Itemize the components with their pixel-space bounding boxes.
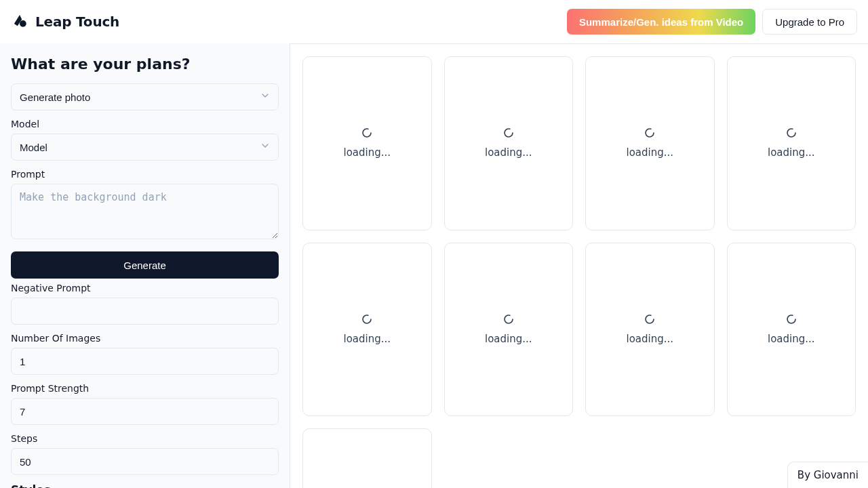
plans-heading: What are your plans? — [11, 56, 279, 73]
steps-label: Steps — [11, 433, 279, 444]
loading-text: loading... — [768, 146, 815, 159]
negative-prompt-label: Negative Prompt — [11, 283, 279, 293]
loading-text: loading... — [485, 146, 532, 159]
generate-button[interactable]: Generate — [11, 251, 279, 279]
task-select[interactable]: Generate photo — [11, 83, 279, 110]
model-group: Model Model — [11, 119, 279, 161]
num-images-group: Number Of Images — [11, 333, 279, 375]
spinner-icon — [361, 314, 372, 327]
author-byline: By Giovanni — [787, 462, 868, 488]
prompt-strength-input[interactable] — [11, 398, 279, 425]
prompt-label: Prompt — [11, 169, 279, 180]
spinner-icon — [361, 127, 372, 141]
model-label: Model — [11, 119, 279, 129]
negative-prompt-group: Negative Prompt — [11, 283, 279, 325]
prompt-input[interactable] — [11, 184, 279, 239]
header-actions: Summarize/Gen. ideas from Video Upgrade … — [567, 9, 857, 35]
spinner-icon — [786, 314, 797, 327]
sidebar: What are your plans? Generate photo Mode… — [0, 43, 290, 488]
result-card[interactable]: loading... — [444, 56, 574, 230]
result-card[interactable]: loading... — [302, 428, 432, 488]
result-card[interactable]: loading... — [727, 56, 856, 230]
result-card[interactable]: loading... — [444, 243, 574, 417]
result-card[interactable]: loading... — [302, 56, 432, 230]
prompt-strength-label: Prompt Strength — [11, 383, 279, 394]
upgrade-to-pro-button[interactable]: Upgrade to Pro — [762, 9, 857, 35]
main-layout: What are your plans? Generate photo Mode… — [0, 43, 868, 488]
loading-text: loading... — [343, 146, 391, 159]
loading-text: loading... — [768, 333, 815, 345]
spinner-icon — [644, 314, 655, 327]
result-card[interactable]: loading... — [585, 56, 715, 230]
negative-prompt-input[interactable] — [11, 298, 279, 325]
result-card[interactable]: loading... — [585, 243, 715, 417]
num-images-label: Number Of Images — [11, 333, 279, 344]
brand-name: Leap Touch — [35, 14, 119, 30]
results-panel: loading... loading... loading... loading… — [290, 43, 868, 488]
loading-text: loading... — [626, 333, 673, 345]
loading-text: loading... — [626, 146, 673, 159]
prompt-group: Prompt — [11, 169, 279, 242]
task-select-group: Generate photo — [11, 83, 279, 110]
brand: Leap Touch — [11, 12, 119, 32]
results-grid: loading... loading... loading... loading… — [302, 56, 856, 488]
spinner-icon — [503, 314, 514, 327]
spinner-icon — [503, 127, 514, 141]
app-header: Leap Touch Summarize/Gen. ideas from Vid… — [0, 0, 868, 43]
styles-heading: Styles — [11, 483, 279, 488]
num-images-input[interactable] — [11, 348, 279, 375]
steps-group: Steps — [11, 433, 279, 475]
spinner-icon — [786, 127, 797, 141]
loading-text: loading... — [485, 333, 532, 345]
model-select[interactable]: Model — [11, 134, 279, 161]
svg-point-0 — [20, 20, 26, 27]
summarize-video-button[interactable]: Summarize/Gen. ideas from Video — [567, 9, 755, 35]
spinner-icon — [644, 127, 655, 141]
brand-logo-icon — [11, 12, 28, 32]
loading-text: loading... — [343, 333, 391, 345]
prompt-strength-group: Prompt Strength — [11, 383, 279, 425]
result-card[interactable]: loading... — [302, 243, 432, 417]
steps-input[interactable] — [11, 448, 279, 475]
result-card[interactable]: loading... — [727, 243, 856, 417]
